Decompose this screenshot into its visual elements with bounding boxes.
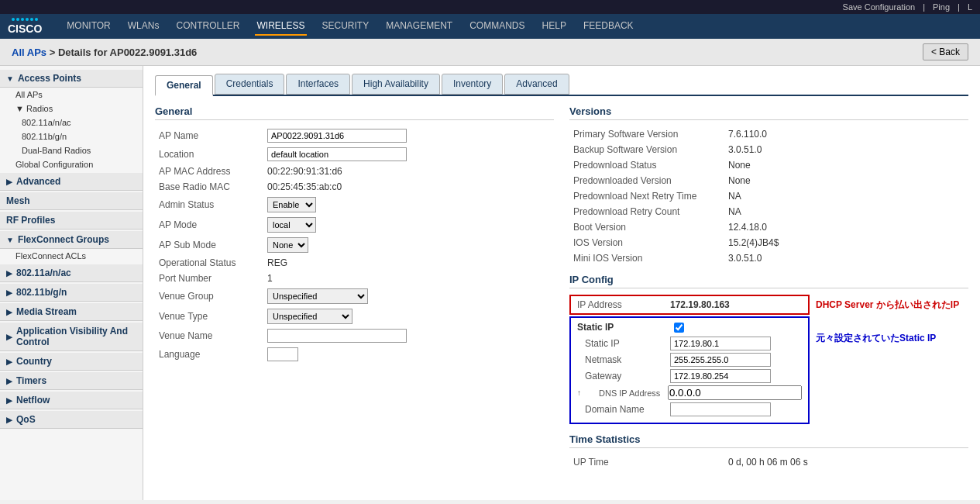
static-ip-header: Static IP	[577, 322, 802, 333]
sidebar-section-header-rf-profiles[interactable]: RF Profiles	[0, 212, 143, 230]
venue-name-input[interactable]	[267, 329, 407, 343]
ap-name-input[interactable]	[267, 129, 407, 143]
tab-advanced[interactable]: Advanced	[504, 74, 569, 95]
tab-high-availability[interactable]: High Availability	[352, 74, 440, 95]
tab-credentials[interactable]: Credentials	[215, 74, 285, 95]
ios-version-value: 15.2(4)JB4$	[724, 235, 968, 250]
venue-type-select[interactable]: Unspecified	[267, 309, 352, 324]
chevron-right-icon-timers: ▶	[6, 377, 12, 385]
nav-feedback[interactable]: FEEDBACK	[582, 17, 635, 36]
sidebar-section-app-visibility: ▶ Application Visibility And Control	[0, 323, 143, 351]
sidebar-label-country: Country	[16, 356, 52, 367]
admin-status-select[interactable]: Enable Disable	[267, 197, 316, 212]
back-button[interactable]: < Back	[923, 43, 968, 60]
sidebar-section-header-advanced[interactable]: ▶ Advanced	[0, 173, 143, 191]
nav-wlans[interactable]: WLANs	[126, 17, 161, 36]
location-input[interactable]	[267, 147, 407, 161]
logout-link[interactable]: L	[968, 2, 972, 12]
static-ip-row: Static IP	[577, 337, 802, 350]
ap-mac-value: 00:22:90:91:31:d6	[263, 164, 554, 179]
field-venue-type: Venue Type Unspecified	[155, 306, 554, 326]
predownload-retry-count-label: Predownload Retry Count	[569, 204, 724, 219]
sidebar-item-global-config[interactable]: Global Configuration	[0, 157, 143, 171]
main-nav: MONITOR WLANs CONTROLLER WIRELESS SECURI…	[65, 17, 634, 36]
static-ip-checkbox[interactable]	[674, 323, 684, 333]
static-ip-box: Static IP Static IP Netmask	[569, 316, 810, 424]
chevron-right-icon-app: ▶	[6, 333, 12, 341]
location-label: Location	[155, 145, 263, 164]
sidebar-section-header-flexconnect[interactable]: ▼ FlexConnect Groups	[0, 231, 143, 249]
netmask-input[interactable]	[670, 353, 771, 367]
ping-link[interactable]: Ping	[933, 2, 950, 12]
sidebar-label-media-stream: Media Stream	[16, 306, 77, 317]
sidebar-section-header-80211bgn[interactable]: ▶ 802.11b/g/n	[0, 284, 143, 302]
admin-status-label: Admin Status	[155, 195, 263, 215]
logo-text: CISCO	[8, 22, 42, 35]
tab-inventory[interactable]: Inventory	[442, 74, 503, 95]
time-statistics-table: UP Time 0 d, 00 h 06 m 06 s	[569, 454, 968, 470]
nav-wireless[interactable]: WIRELESS	[255, 17, 306, 36]
predownload-retry-time-value: NA	[724, 188, 968, 204]
sidebar-section-header-access-points[interactable]: ▼ Access Points	[0, 70, 143, 88]
gateway-input[interactable]	[670, 369, 771, 383]
ap-name-label: AP Name	[155, 126, 263, 145]
language-input[interactable]	[267, 347, 298, 361]
time-statistics-section: Time Statistics UP Time 0 d, 00 h 06 m 0…	[569, 433, 968, 470]
nav-security[interactable]: SECURITY	[321, 17, 371, 36]
sidebar-item-all-aps[interactable]: All APs	[0, 88, 143, 102]
netmask-row: Netmask	[577, 353, 802, 367]
nav-controller[interactable]: CONTROLLER	[174, 17, 241, 36]
nav-help[interactable]: HELP	[541, 17, 568, 36]
chevron-right-icon-bgn: ▶	[6, 288, 12, 297]
dns-input[interactable]	[668, 385, 802, 400]
sidebar-section-header-media-stream[interactable]: ▶ Media Stream	[0, 303, 143, 321]
base-radio-mac-label: Base Radio MAC	[155, 179, 263, 195]
netmask-label: Netmask	[577, 354, 670, 365]
up-time-label: UP Time	[569, 454, 724, 470]
base-radio-mac-value: 00:25:45:35:ab:c0	[263, 179, 554, 195]
static-ip-input[interactable]	[670, 337, 771, 350]
ap-sub-mode-select[interactable]: None	[267, 237, 308, 253]
field-base-radio-mac: Base Radio MAC 00:25:45:35:ab:c0	[155, 179, 554, 195]
sidebar-label-advanced: Advanced	[16, 176, 60, 187]
two-col-layout: General AP Name Location AP MAC Address …	[155, 105, 968, 470]
venue-group-select[interactable]: Unspecified	[267, 288, 368, 304]
save-config-link[interactable]: Save Configuration	[843, 2, 916, 12]
domain-name-input[interactable]	[670, 402, 771, 416]
field-venue-name: Venue Name	[155, 326, 554, 345]
sidebar-item-dual-band[interactable]: Dual-Band Radios	[0, 143, 143, 157]
sidebar-section-header-app-visibility[interactable]: ▶ Application Visibility And Control	[0, 323, 143, 351]
ios-version-label: IOS Version	[569, 235, 724, 250]
sidebar-section-header-qos[interactable]: ▶ QoS	[0, 411, 143, 429]
mini-ios-version-value: 3.0.51.0	[724, 250, 968, 266]
tab-interfaces[interactable]: Interfaces	[286, 74, 350, 95]
mini-ios-version-label: Mini IOS Version	[569, 250, 724, 266]
chevron-right-icon-netflow: ▶	[6, 396, 12, 405]
nav-monitor[interactable]: MONITOR	[65, 17, 112, 36]
sidebar-section-header-80211anac[interactable]: ▶ 802.11a/n/ac	[0, 264, 143, 282]
sidebar-item-80211anac[interactable]: 802.11a/n/ac	[0, 116, 143, 129]
ap-mode-select[interactable]: local monitor sniffer	[267, 217, 316, 233]
breadcrumb: All APs > Details for AP0022.9091.31d6	[12, 47, 197, 58]
venue-group-label: Venue Group	[155, 286, 263, 306]
sidebar-item-80211bgn[interactable]: 802.11b/g/n	[0, 129, 143, 143]
sidebar-section-flexconnect: ▼ FlexConnect Groups FlexConnect ACLs	[0, 231, 143, 263]
sidebar-section-header-timers[interactable]: ▶ Timers	[0, 372, 143, 390]
sidebar-label-mesh: Mesh	[6, 195, 30, 206]
field-admin-status: Admin Status Enable Disable	[155, 195, 554, 215]
tab-general[interactable]: General	[155, 75, 213, 96]
gateway-row: Gateway	[577, 369, 802, 383]
sidebar-item-radios[interactable]: ▼ Radios	[0, 102, 143, 116]
sidebar-section-header-netflow[interactable]: ▶ Netflow	[0, 392, 143, 409]
breadcrumb-parent[interactable]: All APs	[12, 47, 46, 58]
versions-section-title: Versions	[569, 105, 968, 120]
predownload-retry-time-label: Predownload Next Retry Time	[569, 188, 724, 204]
nav-commands[interactable]: COMMANDS	[468, 17, 526, 36]
sidebar-section-header-country[interactable]: ▶ Country	[0, 353, 143, 371]
up-time-row: UP Time 0 d, 00 h 06 m 06 s	[569, 454, 968, 470]
ip-config-section: IP Config IP Address 172.19.80.163 DHCP …	[569, 274, 968, 424]
predownload-retry-count-value: NA	[724, 204, 968, 219]
nav-management[interactable]: MANAGEMENT	[384, 17, 454, 36]
sidebar-item-flexconnect-acls[interactable]: FlexConnect ACLs	[0, 249, 143, 263]
sidebar-section-header-mesh[interactable]: Mesh	[0, 192, 143, 210]
